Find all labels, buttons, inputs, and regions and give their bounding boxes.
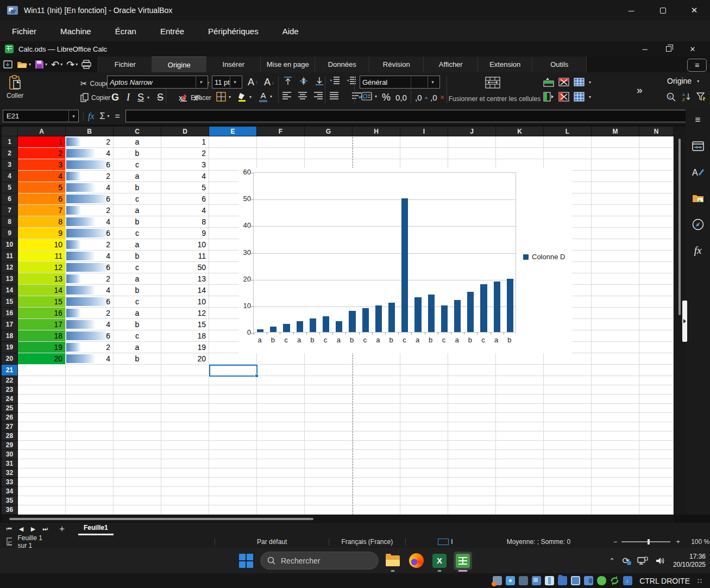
- cell-M18[interactable]: [592, 330, 639, 342]
- cell-M34[interactable]: [592, 487, 639, 496]
- cell-D34[interactable]: [161, 487, 209, 496]
- target-dropdown[interactable]: Origine▾: [667, 77, 699, 85]
- cell-N9[interactable]: [639, 228, 674, 239]
- cell-B4[interactable]: 2: [66, 171, 114, 182]
- cell-G25[interactable]: [305, 404, 353, 413]
- row-header-7[interactable]: 7: [2, 205, 18, 216]
- cell-C12[interactable]: c: [114, 262, 161, 273]
- cell-H31[interactable]: [353, 459, 400, 468]
- cell-M17[interactable]: [592, 319, 639, 330]
- tab-extension[interactable]: Extension: [478, 57, 532, 72]
- cell-N31[interactable]: [639, 459, 674, 468]
- find-replace-icon[interactable]: a: [666, 92, 677, 102]
- zoom-control[interactable]: − ＋: [613, 537, 681, 546]
- cell-E29[interactable]: [209, 441, 257, 450]
- cell-M22[interactable]: [592, 376, 639, 385]
- cell-N17[interactable]: [639, 319, 674, 330]
- row-header-31[interactable]: 31: [2, 459, 18, 468]
- cell-A23[interactable]: [18, 385, 66, 395]
- borders-button[interactable]: ▾: [216, 92, 231, 102]
- column-header-E[interactable]: E: [209, 127, 257, 136]
- cell-N20[interactable]: [639, 353, 674, 365]
- cell-D14[interactable]: 14: [161, 285, 209, 296]
- sum-caret[interactable]: ▾: [107, 114, 109, 118]
- currency-format-button[interactable]: ▾: [361, 92, 377, 101]
- number-format-standard-button[interactable]: 0,0: [395, 93, 407, 102]
- cell-C34[interactable]: [114, 487, 161, 496]
- toolbar-overflow-button[interactable]: »: [637, 84, 643, 96]
- vbox-maximize-button[interactable]: [647, 0, 678, 21]
- cell-I27[interactable]: [400, 422, 448, 431]
- cell-F23[interactable]: [257, 385, 305, 395]
- add-sheet-button[interactable]: ＋: [58, 523, 66, 535]
- cell-M30[interactable]: [592, 450, 639, 459]
- cell-J24[interactable]: [448, 395, 496, 404]
- redo-dropdown-caret[interactable]: ▾: [76, 62, 78, 67]
- cell-A4[interactable]: 4: [18, 171, 66, 182]
- cell-K25[interactable]: [496, 404, 544, 413]
- cell-A6[interactable]: 6: [18, 193, 66, 205]
- cell-L32[interactable]: [544, 468, 592, 478]
- display-status-icon[interactable]: [571, 576, 580, 585]
- cell-J22[interactable]: [448, 376, 496, 385]
- cell-E22[interactable]: [209, 376, 257, 385]
- cell-K28[interactable]: [496, 431, 544, 441]
- name-box[interactable]: E21▾: [3, 110, 79, 122]
- cell-K29[interactable]: [496, 441, 544, 450]
- redo-icon[interactable]: ↷▾: [66, 59, 78, 71]
- cell-A30[interactable]: [18, 450, 66, 459]
- cell-A16[interactable]: 16: [18, 308, 66, 319]
- cell-D26[interactable]: [161, 413, 209, 422]
- cell-A35[interactable]: [18, 496, 66, 505]
- row-header-9[interactable]: 9: [2, 228, 18, 239]
- cell-N34[interactable]: [639, 487, 674, 496]
- row-header-21[interactable]: 21: [2, 365, 18, 376]
- cell-A11[interactable]: 11: [18, 251, 66, 262]
- cell-M13[interactable]: [592, 273, 639, 285]
- cell-H35[interactable]: [353, 496, 400, 505]
- cell-C27[interactable]: [114, 422, 161, 431]
- cell-C24[interactable]: [114, 395, 161, 404]
- font-size-caret[interactable]: ▾: [230, 77, 240, 87]
- cell-N35[interactable]: [639, 496, 674, 505]
- vbox-menu-peripheriques[interactable]: Périphériques: [208, 27, 259, 36]
- align-top-icon[interactable]: [284, 77, 292, 85]
- cell-B24[interactable]: [66, 395, 114, 404]
- cell-E24[interactable]: [209, 395, 257, 404]
- previous-sheet-icon[interactable]: ◀: [15, 526, 27, 533]
- cell-K35[interactable]: [496, 496, 544, 505]
- cell-A29[interactable]: [18, 441, 66, 450]
- increase-indent-icon[interactable]: [330, 77, 340, 84]
- cell-D28[interactable]: [161, 431, 209, 441]
- cell-B3[interactable]: 6: [66, 159, 114, 171]
- row-header-11[interactable]: 11: [2, 251, 18, 262]
- document-modified-icon[interactable]: [7, 537, 12, 546]
- tray-volume-icon[interactable]: [656, 556, 665, 565]
- cell-D8[interactable]: 8: [161, 216, 209, 228]
- font-name-combo[interactable]: Aptos Narrow▾: [107, 76, 208, 89]
- cell-C29[interactable]: [114, 441, 161, 450]
- taskbar-search[interactable]: Rechercher: [260, 552, 379, 570]
- cell-K26[interactable]: [496, 413, 544, 422]
- row-header-28[interactable]: 28: [2, 431, 18, 441]
- optical-disc-status-icon[interactable]: [506, 576, 515, 585]
- cell-B28[interactable]: [66, 431, 114, 441]
- cell-G33[interactable]: [305, 478, 353, 487]
- cell-J26[interactable]: [448, 413, 496, 422]
- delete-columns-icon[interactable]: [558, 92, 569, 102]
- cell-M2[interactable]: [592, 148, 639, 159]
- cell-M24[interactable]: [592, 395, 639, 404]
- cell-C17[interactable]: b: [114, 319, 161, 330]
- row-header-32[interactable]: 32: [2, 468, 18, 478]
- cell-B33[interactable]: [66, 478, 114, 487]
- start-button[interactable]: [237, 552, 255, 570]
- row-header-22[interactable]: 22: [2, 376, 18, 385]
- cell-C14[interactable]: b: [114, 285, 161, 296]
- cell-I23[interactable]: [400, 385, 448, 395]
- cell-N15[interactable]: [639, 296, 674, 308]
- cell-C9[interactable]: c: [114, 228, 161, 239]
- cell-I21[interactable]: [400, 365, 448, 376]
- cell-B25[interactable]: [66, 404, 114, 413]
- cell-C7[interactable]: a: [114, 205, 161, 216]
- file-explorer-icon[interactable]: [384, 552, 402, 570]
